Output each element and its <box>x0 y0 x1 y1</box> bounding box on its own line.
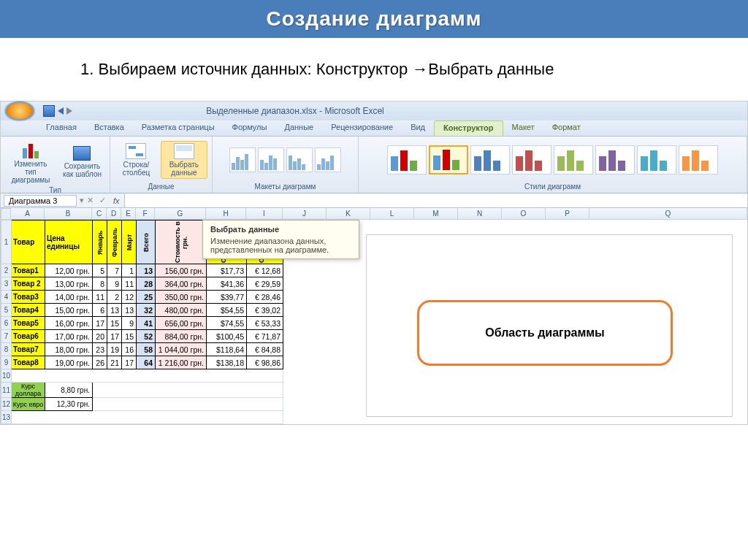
cell[interactable]: 13 <box>107 304 122 317</box>
cell[interactable]: 656,00 грн. <box>156 317 207 330</box>
header-cell[interactable]: Март <box>122 220 137 264</box>
cell[interactable]: Товар8 <box>12 356 45 369</box>
col-header[interactable]: B <box>45 208 92 220</box>
cell[interactable]: 52 <box>137 330 156 343</box>
worksheet[interactable]: Выбрать данные Изменение диапазона данны… <box>1 220 747 424</box>
layout-thumb[interactable] <box>258 147 284 172</box>
cell[interactable]: Товар7 <box>12 343 45 356</box>
cell[interactable]: 25 <box>137 291 156 304</box>
name-box[interactable]: Диаграмма 3 <box>4 195 77 207</box>
cell[interactable]: 15 <box>107 317 122 330</box>
style-thumb[interactable] <box>554 145 593 174</box>
cell[interactable]: 20 <box>93 330 107 343</box>
cell[interactable]: 58 <box>137 343 156 356</box>
cell[interactable]: 18,00 грн. <box>45 343 93 356</box>
cell[interactable]: 8,80 грн. <box>45 383 93 398</box>
col-header[interactable]: L <box>370 208 414 220</box>
cell[interactable]: € 98,86 <box>247 356 283 369</box>
col-header[interactable]: I <box>246 208 283 220</box>
undo-icon[interactable] <box>58 107 64 115</box>
cell[interactable]: € 84,88 <box>247 343 283 356</box>
cell[interactable]: 17 <box>93 317 107 330</box>
cell[interactable]: € 28,46 <box>247 291 283 304</box>
cell[interactable]: Товар 2 <box>12 277 45 291</box>
cell[interactable]: 11 <box>93 291 107 304</box>
cell[interactable]: 13 <box>122 304 137 317</box>
tab-review[interactable]: Рецензирование <box>322 120 402 136</box>
col-header[interactable]: E <box>121 208 136 220</box>
tab-format[interactable]: Формат <box>543 120 589 136</box>
header-cell[interactable]: Февраль <box>107 220 122 264</box>
col-header[interactable]: O <box>502 208 546 220</box>
cell[interactable]: 15,00 грн. <box>45 304 93 317</box>
cell[interactable]: 16,00 грн. <box>45 317 93 330</box>
cell[interactable]: 9 <box>122 317 137 330</box>
col-header[interactable]: G <box>155 208 206 220</box>
style-thumb[interactable] <box>595 145 635 174</box>
cell[interactable]: 12 <box>122 291 137 304</box>
cell[interactable]: 14,00 грн. <box>45 291 93 304</box>
save-icon[interactable] <box>43 105 55 117</box>
cell[interactable]: $74,55 <box>207 317 247 330</box>
select-all-corner[interactable] <box>1 208 11 220</box>
cell[interactable]: $54,55 <box>207 304 247 317</box>
cell[interactable]: 1 044,00 грн. <box>156 343 207 356</box>
cell[interactable]: 5 <box>93 264 107 277</box>
cell[interactable]: Товар3 <box>12 291 45 304</box>
cell[interactable]: 13 <box>137 264 156 277</box>
cell[interactable]: 32 <box>137 304 156 317</box>
cell[interactable]: Курс евро <box>12 398 45 411</box>
style-thumb[interactable] <box>470 145 510 174</box>
style-thumb[interactable] <box>512 145 552 174</box>
col-header[interactable]: P <box>546 208 589 220</box>
cell[interactable]: 19 <box>107 343 122 356</box>
col-header[interactable]: A <box>11 208 45 220</box>
cell[interactable]: 19,00 грн. <box>45 356 93 369</box>
cell[interactable]: 17,00 грн. <box>45 330 93 343</box>
cell[interactable]: $17,73 <box>207 264 247 277</box>
cell[interactable]: 17 <box>107 330 122 343</box>
col-header[interactable]: J <box>283 208 327 220</box>
header-cell[interactable]: Всего <box>137 220 156 264</box>
tab-formulas[interactable]: Формулы <box>224 120 276 136</box>
cell[interactable]: $39,77 <box>207 291 247 304</box>
cell[interactable]: Товар6 <box>12 330 45 343</box>
cell[interactable]: 364,00 грн. <box>156 277 207 291</box>
col-header[interactable]: D <box>107 208 121 220</box>
style-thumb[interactable] <box>679 145 718 174</box>
style-thumb[interactable] <box>637 145 676 174</box>
cell[interactable]: Товар1 <box>12 264 45 277</box>
layout-thumb[interactable] <box>229 147 256 172</box>
col-header[interactable]: Q <box>589 208 747 220</box>
cell[interactable]: 1 <box>122 264 137 277</box>
cell[interactable]: $138,18 <box>207 356 247 369</box>
confirm-icon[interactable]: ✓ <box>96 196 109 205</box>
layout-thumb[interactable] <box>315 147 341 172</box>
tab-design[interactable]: Конструктор <box>434 120 503 136</box>
col-header[interactable]: K <box>327 208 370 220</box>
cell[interactable]: € 12,68 <box>247 264 283 277</box>
cell[interactable]: 15 <box>122 330 137 343</box>
cell[interactable]: 350,00 грн. <box>156 291 207 304</box>
cell[interactable]: € 71,87 <box>247 330 283 343</box>
tab-home[interactable]: Главная <box>37 120 85 136</box>
cell[interactable]: 480,00 грн. <box>156 304 207 317</box>
tab-page-layout[interactable]: Разметка страницы <box>133 120 224 136</box>
fx-icon[interactable]: fx <box>109 196 124 205</box>
cell[interactable]: 13,00 грн. <box>45 277 93 291</box>
cell[interactable]: 41 <box>137 317 156 330</box>
cell[interactable]: $41,36 <box>207 277 247 291</box>
save-as-template-button[interactable]: Сохранить как шаблон <box>59 145 105 180</box>
cell[interactable]: 9 <box>107 277 122 291</box>
redo-icon[interactable] <box>66 107 72 115</box>
cell[interactable]: 16 <box>122 343 137 356</box>
header-cell[interactable]: Цена единицы <box>45 220 93 264</box>
col-header[interactable]: M <box>414 208 458 220</box>
cell[interactable]: 11 <box>122 277 137 291</box>
cell[interactable]: 884,00 грн. <box>156 330 207 343</box>
tab-insert[interactable]: Вставка <box>85 120 133 136</box>
cell[interactable]: $100,45 <box>207 330 247 343</box>
cancel-icon[interactable]: ✕ <box>84 196 96 205</box>
cell[interactable]: Курс доллара <box>12 383 45 398</box>
header-cell[interactable]: Январь <box>93 220 107 264</box>
